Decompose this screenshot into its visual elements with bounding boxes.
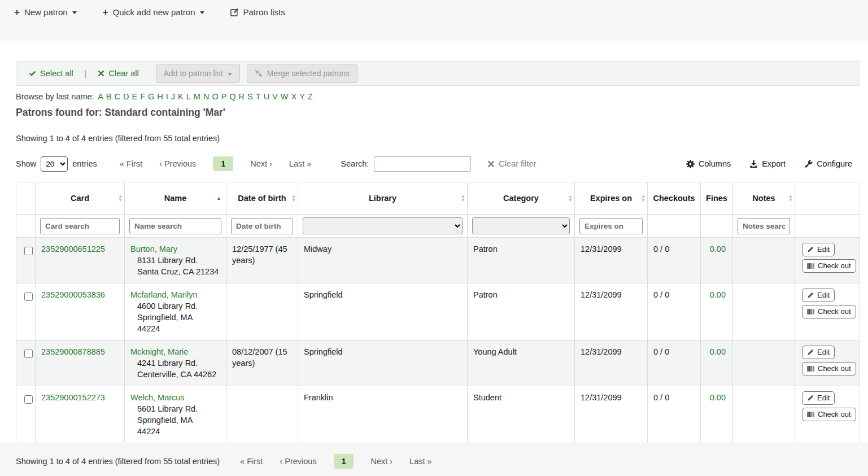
patron-name-link[interactable]: Mcknight, Marie bbox=[130, 347, 188, 356]
card-number-link[interactable]: 23529000053836 bbox=[41, 290, 105, 299]
edit-button[interactable]: Edit bbox=[802, 243, 835, 256]
patron-row: 23529000053836 Mcfarland, Marilyn 4600 L… bbox=[16, 283, 860, 340]
expires-filter-input[interactable] bbox=[579, 218, 643, 234]
card-number-link[interactable]: 23529000651225 bbox=[41, 244, 105, 254]
patron-name-link[interactable]: Mcfarland, Marilyn bbox=[130, 290, 197, 299]
card-number-link[interactable]: 23529000152273 bbox=[41, 393, 105, 402]
current-page-button[interactable]: 1 bbox=[334, 454, 354, 469]
library-column-header[interactable]: Library ▲▼ bbox=[298, 182, 468, 215]
columns-button[interactable]: Columns bbox=[686, 159, 731, 168]
browse-letter-v[interactable]: V bbox=[272, 92, 278, 101]
browse-letter-i[interactable]: I bbox=[166, 92, 168, 101]
check-out-button[interactable]: Check out bbox=[802, 305, 856, 318]
browse-letter-f[interactable]: F bbox=[140, 92, 145, 101]
row-checkbox[interactable] bbox=[24, 395, 33, 404]
edit-button[interactable]: Edit bbox=[802, 346, 835, 359]
name-column-header[interactable]: Name ▲ bbox=[125, 182, 226, 215]
header-row: Card ▲▼ Name ▲ Date of birth ▲▼ Library bbox=[16, 182, 860, 215]
browse-letter-a[interactable]: A bbox=[98, 92, 103, 101]
browse-letter-e[interactable]: E bbox=[132, 92, 137, 101]
pencil-icon bbox=[807, 292, 814, 299]
page-size-select[interactable]: 20 bbox=[41, 156, 68, 172]
browse-letter-y[interactable]: Y bbox=[299, 92, 305, 101]
browse-letter-c[interactable]: C bbox=[115, 92, 120, 101]
edit-button[interactable]: Edit bbox=[802, 391, 835, 405]
browse-letter-u[interactable]: U bbox=[264, 92, 269, 101]
new-patron-button[interactable]: + New patron bbox=[14, 7, 77, 17]
row-checkbox[interactable] bbox=[24, 247, 33, 255]
search-input[interactable] bbox=[374, 156, 471, 172]
name-filter-input[interactable] bbox=[129, 218, 221, 234]
next-page-link[interactable]: Next › bbox=[370, 457, 392, 466]
configure-button[interactable]: Configure bbox=[804, 159, 852, 168]
browse-letter-d[interactable]: D bbox=[123, 92, 129, 101]
category-column-header[interactable]: Category ▲▼ bbox=[468, 182, 575, 215]
previous-page-link[interactable]: ‹ Previous bbox=[159, 159, 196, 168]
date-of-birth-column-header[interactable]: Date of birth ▲▼ bbox=[226, 182, 298, 215]
select-all-button[interactable]: Select all bbox=[29, 69, 73, 78]
notes-filter-input[interactable] bbox=[738, 218, 790, 234]
last-page-link[interactable]: Last » bbox=[289, 159, 312, 168]
browse-letter-t[interactable]: T bbox=[256, 92, 261, 101]
checkouts-cell: 0 / 0 bbox=[648, 386, 701, 443]
dob-cell: 08/12/2007 (15 years) bbox=[226, 340, 298, 386]
barcode-icon bbox=[807, 365, 814, 372]
check-out-button[interactable]: Check out bbox=[802, 408, 856, 421]
browse-letter-o[interactable]: O bbox=[212, 92, 218, 101]
add-to-patron-list-button[interactable]: Add to patron list bbox=[156, 64, 240, 83]
patron-name-link[interactable]: Welch, Marcus bbox=[130, 393, 185, 402]
fines-column-header: Fines bbox=[701, 182, 733, 215]
page-size-control: Show 20 entries bbox=[16, 156, 97, 172]
check-out-button[interactable]: Check out bbox=[802, 362, 856, 375]
browse-letter-b[interactable]: B bbox=[106, 92, 112, 101]
browse-letter-n[interactable]: N bbox=[203, 92, 209, 101]
x-icon bbox=[98, 70, 104, 77]
card-number-link[interactable]: 23529000878885 bbox=[41, 347, 105, 356]
browse-letter-k[interactable]: K bbox=[178, 92, 184, 101]
library-filter-select[interactable] bbox=[303, 217, 463, 234]
expires-on-column-header[interactable]: Expires on ▲▼ bbox=[575, 182, 648, 215]
browse-letter-l[interactable]: L bbox=[186, 92, 191, 101]
patron-lists-button[interactable]: Patron lists bbox=[230, 7, 285, 17]
sort-ascending-icon: ▲ bbox=[216, 195, 221, 201]
browse-letter-w[interactable]: W bbox=[281, 92, 289, 101]
export-button[interactable]: Export bbox=[749, 159, 786, 168]
search-label: Search: bbox=[341, 159, 369, 168]
category-filter-select[interactable] bbox=[472, 217, 570, 234]
clear-all-button[interactable]: Clear all bbox=[98, 69, 138, 78]
row-checkbox[interactable] bbox=[24, 292, 33, 301]
browse-letter-s[interactable]: S bbox=[247, 92, 253, 101]
last-page-link[interactable]: Last » bbox=[409, 457, 432, 466]
browse-letter-x[interactable]: X bbox=[291, 92, 296, 101]
check-out-button[interactable]: Check out bbox=[802, 259, 856, 273]
browse-letter-q[interactable]: Q bbox=[229, 92, 235, 101]
caret-down-icon bbox=[228, 73, 232, 76]
current-page-button[interactable]: 1 bbox=[213, 156, 233, 171]
browse-letter-r[interactable]: R bbox=[239, 92, 245, 101]
add-to-patron-list-label: Add to patron list bbox=[164, 69, 223, 78]
card-filter-input[interactable] bbox=[40, 218, 120, 234]
browse-letter-p[interactable]: P bbox=[221, 92, 227, 101]
previous-page-link[interactable]: ‹ Previous bbox=[280, 457, 316, 466]
browse-letter-h[interactable]: H bbox=[157, 92, 163, 101]
clear-filter-button[interactable]: Clear filter bbox=[487, 159, 536, 168]
edit-button[interactable]: Edit bbox=[802, 289, 835, 302]
notes-column-header[interactable]: Notes ▲▼ bbox=[733, 182, 795, 215]
merge-selected-patrons-button[interactable]: Merge selected patrons bbox=[247, 64, 357, 83]
browse-letter-g[interactable]: G bbox=[148, 92, 154, 101]
browse-letter-z[interactable]: Z bbox=[308, 92, 313, 101]
first-page-link[interactable]: « First bbox=[120, 159, 142, 168]
card-column-header[interactable]: Card ▲▼ bbox=[36, 182, 125, 215]
patron-row: 23529000651225 Burton, Mary 8131 Library… bbox=[16, 238, 860, 283]
patron-name-link[interactable]: Burton, Mary bbox=[130, 244, 177, 254]
row-checkbox[interactable] bbox=[24, 350, 33, 358]
quick-add-new-patron-button[interactable]: + Quick add new patron bbox=[103, 7, 204, 17]
first-page-link[interactable]: « First bbox=[240, 457, 263, 466]
clear-filter-label: Clear filter bbox=[499, 159, 536, 168]
dob-filter-input[interactable] bbox=[231, 218, 293, 234]
browse-letter-m[interactable]: M bbox=[194, 92, 200, 101]
browse-letter-j[interactable]: J bbox=[171, 92, 175, 101]
fines-cell: 0.00 bbox=[701, 283, 733, 340]
show-label: Show bbox=[16, 159, 36, 168]
next-page-link[interactable]: Next › bbox=[250, 159, 272, 168]
